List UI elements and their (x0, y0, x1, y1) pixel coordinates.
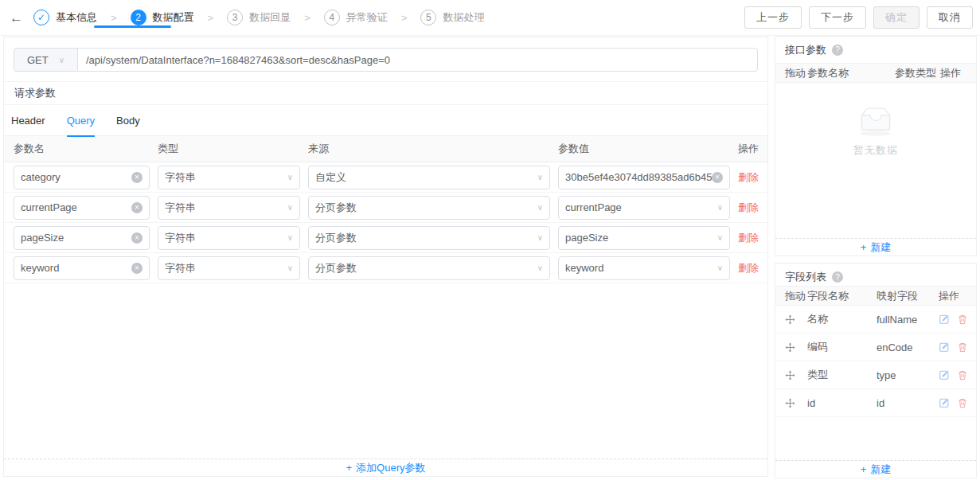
param-name-input[interactable]: × (14, 166, 150, 189)
stepper: ✓ 基本信息 > 2 数据配置 > 3 数据回显 > 4 异常验证 > 5 数据… (33, 10, 484, 25)
col-field-name: 字段名称 (807, 289, 877, 303)
clear-icon[interactable]: × (131, 263, 143, 274)
param-type-select[interactable]: 字符串 ∨ (158, 256, 300, 280)
section-title: 请求参数 (4, 82, 767, 105)
type-value: 字符串 (165, 261, 283, 275)
source-value: 分页参数 (315, 201, 533, 215)
confirm-button[interactable]: 确定 (873, 6, 919, 29)
trash-icon[interactable] (957, 369, 968, 380)
param-source-select[interactable]: 自定义 ∨ (308, 166, 550, 189)
param-source-select[interactable]: 分页参数 ∨ (308, 196, 550, 220)
step-label: 基本信息 (56, 10, 97, 25)
param-name-field[interactable] (21, 201, 131, 213)
clear-icon[interactable]: × (712, 172, 723, 183)
trash-icon[interactable] (957, 397, 968, 408)
drag-handle-icon[interactable] (785, 342, 807, 353)
add-query-param-button[interactable]: + 添加Query参数 (4, 459, 767, 476)
field-name: 编码 (807, 340, 877, 354)
wizard-actions: 上一步 下一步 确定 取消 (744, 6, 973, 29)
mapped-field: type (877, 369, 939, 381)
drag-handle-icon[interactable] (785, 370, 807, 380)
drag-handle-icon[interactable] (785, 398, 807, 408)
param-value-select[interactable]: keyword ∨ (558, 256, 730, 280)
chevron-down-icon: ∨ (717, 203, 723, 212)
col-type: 类型 (158, 142, 308, 156)
chevron-right-icon: > (208, 12, 214, 24)
step-label: 数据配置 (153, 10, 194, 25)
edit-icon[interactable] (939, 314, 950, 325)
param-source-select[interactable]: 分页参数 ∨ (308, 256, 550, 280)
prev-step-button[interactable]: 上一步 (744, 6, 802, 29)
delete-link[interactable]: 删除 (738, 201, 759, 213)
edit-icon[interactable] (939, 369, 950, 380)
step-check-icon: ✓ (33, 10, 49, 25)
param-name-input[interactable]: × (14, 196, 150, 220)
param-row: × 字符串 ∨ 自定义 ∨ × 删除 (4, 162, 767, 193)
back-arrow-icon[interactable]: ← (10, 11, 23, 25)
param-value-select[interactable]: pageSize ∨ (558, 226, 730, 250)
param-row: × 字符串 ∨ 分页参数 ∨ currentPage ∨ 删除 (4, 193, 767, 223)
param-value-input[interactable]: × (558, 166, 730, 189)
method-select[interactable]: GET ∨ (14, 48, 78, 72)
field-list-title: 字段列表 (785, 270, 826, 284)
value-value: currentPage (565, 201, 713, 213)
request-config-panel: GET ∨ 请求参数 Header Query Body 参数名 类型 来源 参… (3, 37, 768, 477)
tab-query[interactable]: Query (67, 105, 95, 136)
help-icon[interactable]: ? (832, 45, 843, 56)
edit-icon[interactable] (939, 397, 950, 408)
clear-icon[interactable]: × (131, 172, 143, 183)
delete-link[interactable]: 删除 (738, 171, 759, 183)
param-source-select[interactable]: 分页参数 ∨ (308, 226, 550, 250)
help-icon[interactable]: ? (832, 271, 843, 283)
param-type-select[interactable]: 字符串 ∨ (158, 196, 300, 220)
param-type-select[interactable]: 字符串 ∨ (158, 226, 300, 250)
param-value-field[interactable] (565, 171, 712, 183)
step-exception-check[interactable]: 4 异常验证 (324, 10, 388, 25)
drag-handle-icon[interactable] (785, 314, 807, 325)
step-basic-info[interactable]: ✓ 基本信息 (33, 10, 97, 25)
param-value-select[interactable]: currentPage ∨ (558, 196, 730, 220)
trash-icon[interactable] (957, 314, 968, 325)
create-label: 新建 (870, 240, 891, 255)
step-data-config[interactable]: 2 数据配置 (131, 10, 194, 25)
tab-header[interactable]: Header (11, 105, 45, 136)
param-name-field[interactable] (21, 232, 131, 244)
step-data-echo[interactable]: 3 数据回显 (227, 10, 291, 25)
param-name-input[interactable]: × (14, 226, 150, 250)
param-type-select[interactable]: 字符串 ∨ (158, 166, 300, 189)
interface-params-panel: 接口参数 ? 拖动 参数名称 参数类型 操作 暂无数据 + 新建 (775, 36, 977, 256)
cancel-button[interactable]: 取消 (927, 6, 973, 29)
mapped-field: id (877, 397, 939, 409)
clear-icon[interactable]: × (131, 202, 143, 213)
chevron-down-icon: ∨ (537, 173, 543, 181)
param-name-input[interactable]: × (14, 256, 150, 280)
next-step-button[interactable]: 下一步 (809, 6, 866, 29)
col-drag: 拖动 (785, 66, 807, 80)
mapped-field: fullName (877, 314, 939, 326)
step-number-badge: 2 (131, 10, 146, 25)
plus-icon: + (861, 463, 867, 475)
create-field-button[interactable]: + 新建 (775, 460, 976, 478)
clear-icon[interactable]: × (131, 232, 143, 244)
field-list-table-header: 拖动 字段名称 映射字段 操作 (775, 286, 976, 306)
value-value: pageSize (565, 232, 713, 244)
tab-body[interactable]: Body (116, 105, 140, 136)
interface-params-table-header: 拖动 参数名称 参数类型 操作 (775, 63, 976, 83)
step-data-process[interactable]: 5 数据处理 (420, 10, 484, 25)
chevron-down-icon: ∨ (287, 173, 293, 181)
col-drag: 拖动 (785, 289, 807, 303)
edit-icon[interactable] (939, 341, 950, 353)
method-value: GET (27, 54, 49, 66)
delete-link[interactable]: 删除 (738, 262, 759, 274)
step-number-badge: 3 (227, 10, 243, 25)
param-name-field[interactable] (21, 171, 131, 183)
param-name-field[interactable] (21, 262, 131, 274)
trash-icon[interactable] (957, 341, 968, 353)
field-list-title-row: 字段列表 ? (775, 263, 976, 286)
col-param-type: 参数类型 (895, 66, 940, 80)
url-input[interactable] (77, 48, 758, 72)
create-interface-param-button[interactable]: + 新建 (775, 238, 976, 256)
field-name: id (807, 397, 877, 409)
delete-link[interactable]: 删除 (738, 232, 759, 244)
param-tabs: Header Query Body (4, 105, 767, 136)
